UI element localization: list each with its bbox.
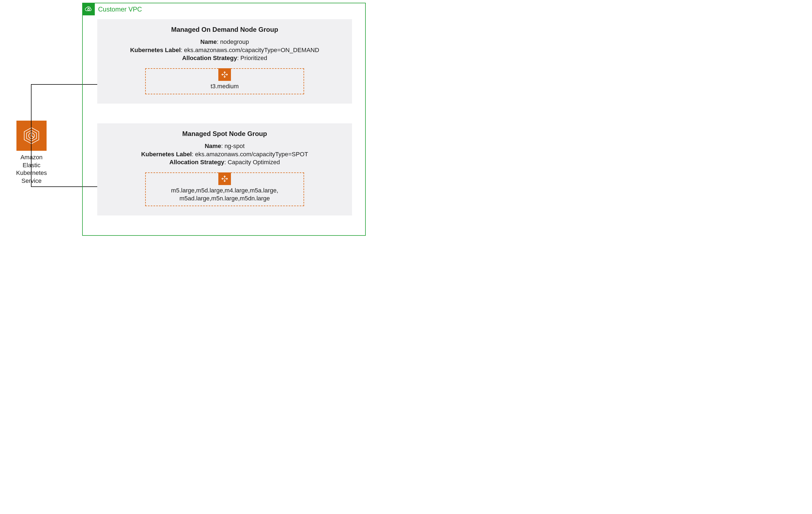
on-demand-node-group: Managed On Demand Node Group Name: nodeg…: [97, 19, 352, 104]
spot-node-group: Managed Spot Node Group Name: ng-spot Ku…: [97, 124, 352, 215]
eks-label-line: Elastic: [15, 161, 48, 169]
eks-label-line: Kubernetes: [15, 169, 48, 177]
autoscaling-icon: [218, 68, 231, 81]
eks-icon: K: [17, 120, 47, 151]
eks-label-line: Amazon: [15, 154, 48, 161]
connector-trunk: [31, 84, 31, 187]
nodegroup-title: Managed On Demand Node Group: [107, 26, 343, 33]
nodegroup-allocation: Allocation Strategy: Prioritized: [107, 54, 343, 62]
eks-label: Amazon Elastic Kubernetes Service: [15, 154, 48, 185]
nodegroup-name: Name: nodegroup: [107, 38, 343, 46]
instance-types: t3.medium: [146, 82, 303, 90]
autoscaling-group-spot: m5.large,m5d.large,m4.large,m5a.large, m…: [145, 172, 304, 206]
architecture-diagram: K Amazon Elastic Kubernetes Service Cust…: [0, 0, 373, 241]
vpc-title: Customer VPC: [98, 5, 142, 13]
nodegroup-name: Name: ng-spot: [107, 142, 343, 150]
nodegroup-allocation: Allocation Strategy: Capacity Optimized: [107, 158, 343, 166]
vpc-cloud-icon: [82, 3, 95, 15]
eks-service: K Amazon Elastic Kubernetes Service: [15, 120, 48, 185]
eks-label-line: Service: [15, 177, 48, 185]
nodegroup-k8s-label: Kubernetes Label: eks.amazonaws.com/capa…: [107, 46, 343, 54]
svg-rect-4: [88, 9, 89, 10]
nodegroup-k8s-label: Kubernetes Label: eks.amazonaws.com/capa…: [107, 150, 343, 158]
nodegroup-title: Managed Spot Node Group: [107, 130, 343, 138]
autoscaling-group-ondemand: t3.medium: [145, 68, 304, 94]
autoscaling-icon: [218, 172, 231, 185]
instance-types: m5.large,m5d.large,m4.large,m5a.large, m…: [146, 187, 303, 202]
